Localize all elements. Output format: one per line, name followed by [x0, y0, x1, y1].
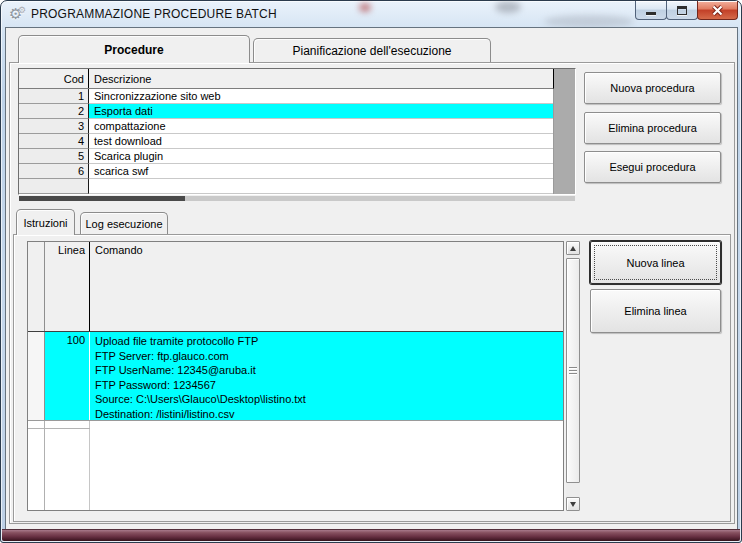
scroll-down-button[interactable]: [566, 497, 580, 511]
procedure-row-empty[interactable]: [19, 179, 554, 194]
comando-line: Source: C:\Users\Glauco\Desktop\listino.…: [95, 392, 563, 407]
column-header-descrizione[interactable]: Descrizione: [89, 69, 553, 88]
window-bottom-border: [2, 529, 740, 541]
minimize-icon: [646, 12, 656, 15]
procedure-row[interactable]: 6 scarica swf: [19, 164, 554, 179]
linea-column: [45, 421, 90, 510]
cod-cell: 1: [19, 89, 89, 104]
window-title: PROGRAMMAZIONE PROCEDURE BATCH: [31, 7, 277, 21]
row-selector-cell[interactable]: [28, 332, 45, 420]
instructions-vscrollbar[interactable]: [566, 241, 580, 511]
gear-icon: ⚙⚙: [9, 5, 22, 22]
comando-cell: Upload file tramite protocollo FTP FTP S…: [90, 332, 563, 420]
descrizione-cell: Scarica plugin: [89, 149, 553, 164]
row-selector-header: [28, 242, 45, 331]
arrow-down-icon: [570, 502, 576, 507]
nuova-procedura-label: Nuova procedura: [610, 82, 694, 94]
screen: ⚙⚙ PROGRAMMAZIONE PROCEDURE BATCH: [0, 0, 742, 543]
cod-cell: 5: [19, 149, 89, 164]
column-header-linea[interactable]: Linea: [45, 242, 90, 331]
scroll-up-button[interactable]: [566, 241, 580, 255]
thumb-grip-icon: [569, 365, 577, 376]
elimina-linea-button[interactable]: Elimina linea: [590, 289, 721, 333]
comando-line: FTP UserName: 12345@aruba.it: [95, 363, 563, 378]
descrizione-cell: scarica swf: [89, 164, 553, 179]
comando-line: FTP Password: 1234567: [95, 378, 563, 393]
column-header-cod[interactable]: Cod: [19, 69, 89, 88]
comando-line: FTP Server: ftp.glauco.com: [95, 349, 563, 364]
instructions-table: Linea Comando 100 Upload file tramite pr…: [27, 241, 564, 511]
cod-cell: 2: [19, 104, 89, 119]
instruction-row-selected[interactable]: 100 Upload file tramite protocollo FTP F…: [28, 332, 563, 421]
tab-procedure-label: Procedure: [104, 43, 163, 57]
titlebar[interactable]: ⚙⚙ PROGRAMMAZIONE PROCEDURE BATCH: [1, 1, 741, 28]
procedures-table-header: Cod Descrizione: [19, 69, 554, 89]
procedure-row[interactable]: 5 Scarica plugin: [19, 149, 554, 164]
column-header-comando[interactable]: Comando: [90, 242, 563, 331]
descrizione-cell: test download: [89, 134, 553, 149]
tab-log-esecuzione-label: Log esecuzione: [85, 218, 162, 230]
elimina-procedura-button[interactable]: Elimina procedura: [584, 112, 721, 144]
app-window: ⚙⚙ PROGRAMMAZIONE PROCEDURE BATCH: [0, 0, 742, 543]
cod-cell: 6: [19, 164, 89, 179]
elimina-linea-label: Elimina linea: [624, 305, 686, 317]
close-icon: [711, 5, 724, 16]
hscrollbar-thumb[interactable]: [19, 196, 185, 201]
tab-istruzioni[interactable]: Istruzioni: [16, 209, 75, 235]
instructions-table-header: Linea Comando: [28, 242, 563, 332]
descrizione-cell: Esporta dati: [89, 104, 553, 119]
arrow-up-icon: [570, 246, 576, 251]
tab-pianificazione[interactable]: Pianificazione dell'esecuzione: [253, 38, 491, 62]
caption-buttons: [636, 1, 738, 20]
cod-cell: 3: [19, 119, 89, 134]
descrizione-cell: Sincronizzazione sito web: [89, 89, 553, 104]
comando-line: Destination: /listini/listino.csv: [95, 407, 563, 421]
minimize-button[interactable]: [635, 1, 667, 20]
instructions-empty-area[interactable]: [28, 421, 563, 510]
tab-procedure[interactable]: Procedure: [18, 35, 250, 63]
esegui-procedura-button[interactable]: Esegui procedura: [584, 151, 721, 183]
maximize-icon: [677, 6, 687, 15]
tab-istruzioni-label: Istruzioni: [23, 217, 67, 229]
procedure-row-selected[interactable]: 2 Esporta dati: [19, 104, 554, 119]
comando-line: Upload file tramite protocollo FTP: [95, 334, 563, 349]
cod-cell: 4: [19, 134, 89, 149]
elimina-procedura-label: Elimina procedura: [608, 122, 697, 134]
procedure-row[interactable]: 1 Sincronizzazione sito web: [19, 89, 554, 104]
procedures-hscrollbar[interactable]: [19, 196, 575, 201]
tab-pianificazione-label: Pianificazione dell'esecuzione: [292, 44, 451, 58]
empty-row-divider: [28, 428, 90, 429]
nuova-linea-button[interactable]: Nuova linea: [590, 241, 721, 284]
procedure-row[interactable]: 3 compattazione: [19, 119, 554, 134]
linea-cell: 100: [45, 332, 90, 420]
descrizione-cell: [89, 179, 553, 194]
vscrollbar-thumb[interactable]: [566, 258, 580, 483]
tab-log-esecuzione[interactable]: Log esecuzione: [80, 212, 168, 235]
cod-cell: [19, 179, 89, 194]
procedure-row[interactable]: 4 test download: [19, 134, 554, 149]
close-button[interactable]: [697, 1, 738, 20]
maximize-button[interactable]: [666, 1, 698, 20]
row-selector-column: [28, 421, 45, 510]
descrizione-cell: compattazione: [89, 119, 553, 134]
procedures-table: Cod Descrizione 1 Sincronizzazione sito …: [18, 68, 576, 195]
nuova-procedura-button[interactable]: Nuova procedura: [584, 72, 721, 104]
esegui-procedura-label: Esegui procedura: [609, 161, 695, 173]
nuova-linea-label: Nuova linea: [626, 257, 684, 269]
